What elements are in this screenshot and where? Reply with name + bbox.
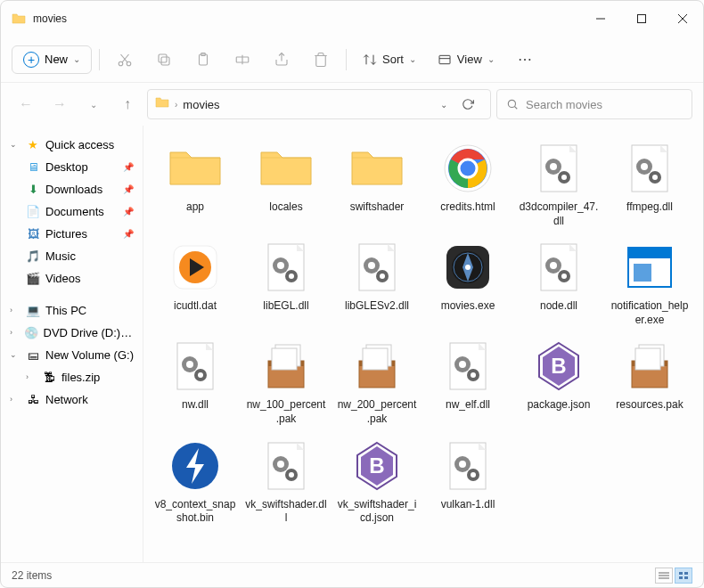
refresh-button[interactable]: [453, 98, 483, 110]
new-button[interactable]: + New ⌄: [12, 45, 92, 74]
drive-icon: 🖴: [26, 347, 40, 362]
file-item[interactable]: ffmpeg.dll: [605, 136, 694, 232]
pin-icon: 📌: [123, 229, 134, 239]
details-view-button[interactable]: [655, 568, 673, 584]
dll-icon: [167, 338, 224, 395]
search-input[interactable]: Search movies: [496, 89, 692, 119]
delete-button[interactable]: [303, 45, 339, 74]
file-item[interactable]: v8_context_snapshot.bin: [151, 434, 240, 529]
paste-button[interactable]: [185, 45, 221, 74]
file-item[interactable]: nw_elf.dll: [423, 334, 512, 429]
file-label: libGLESv2.dll: [345, 299, 409, 314]
file-item[interactable]: libEGL.dll: [241, 235, 331, 331]
file-item[interactable]: nw_200_percent.pak: [332, 334, 422, 429]
up-button[interactable]: ↑: [113, 90, 142, 118]
breadcrumb-location[interactable]: movies: [183, 98, 219, 111]
forward-button[interactable]: →: [45, 90, 74, 118]
sidebar-dvd[interactable]: ›💿DVD Drive (D:) CCCC: [4, 322, 139, 343]
folder-icon: [12, 12, 26, 26]
expand-icon[interactable]: ›: [10, 306, 20, 314]
file-item[interactable]: credits.html: [423, 136, 512, 232]
more-button[interactable]: ⋯: [507, 45, 543, 74]
new-label: New: [45, 53, 68, 66]
file-item[interactable]: resources.pak: [605, 334, 694, 429]
sidebar-music[interactable]: 🎵Music: [20, 245, 139, 266]
sidebar-documents[interactable]: 📄Documents📌: [20, 200, 139, 222]
plus-icon: +: [23, 52, 39, 68]
collapse-icon[interactable]: ⌄: [10, 140, 20, 149]
svg-rect-32: [159, 54, 167, 62]
dll-icon: [348, 239, 405, 296]
svg-rect-40: [439, 55, 450, 63]
breadcrumb-separator: ›: [175, 100, 177, 110]
minimize-button[interactable]: [580, 1, 621, 37]
svg-line-29: [122, 54, 129, 62]
file-item[interactable]: icudtl.dat: [151, 235, 240, 331]
sidebar-downloads[interactable]: ⬇Downloads📌: [20, 178, 139, 200]
navbar: ← → ⌄ ↑ › movies ⌄ Search movies: [1, 83, 703, 126]
recent-button[interactable]: ⌄: [79, 90, 108, 118]
sidebar-videos[interactable]: 🎬Videos: [20, 267, 139, 289]
file-item[interactable]: swiftshader: [332, 136, 422, 232]
file-label: resources.pak: [616, 398, 683, 412]
close-button[interactable]: [662, 1, 703, 37]
search-placeholder: Search movies: [526, 98, 602, 111]
file-item[interactable]: vulkan-1.dll: [423, 434, 512, 529]
svg-rect-50: [684, 576, 688, 579]
chevron-down-icon: ⌄: [487, 54, 495, 64]
file-item[interactable]: libGLESv2.dll: [332, 235, 422, 331]
chevron-down-icon[interactable]: ⌄: [440, 100, 447, 110]
file-item[interactable]: locales: [241, 136, 331, 232]
file-item[interactable]: d3dcompiler_47.dll: [514, 136, 603, 232]
sidebar-this-pc[interactable]: ›💻This PC: [4, 299, 139, 321]
content-area[interactable]: app locales swiftshader credits.html d3d…: [143, 126, 703, 562]
bbedit-icon: [530, 338, 587, 395]
svg-rect-24: [638, 15, 646, 23]
file-label: nw_200_percent.pak: [336, 398, 418, 426]
rename-button[interactable]: [225, 45, 260, 74]
file-item[interactable]: nw_100_percent.pak: [241, 334, 331, 429]
sidebar-desktop[interactable]: 🖥Desktop📌: [20, 156, 139, 177]
file-item[interactable]: vk_swiftshader.dll: [241, 434, 331, 529]
disc-icon: 💿: [24, 325, 38, 339]
sidebar-quick-access[interactable]: ⌄ ★ Quick access: [4, 134, 139, 155]
sidebar-files-zip[interactable]: ›🗜files.zip: [20, 366, 139, 388]
zip-icon: 🗜: [42, 370, 56, 384]
file-item[interactable]: movies.exe: [423, 235, 512, 331]
file-item[interactable]: node.dll: [514, 235, 603, 331]
file-item[interactable]: app: [151, 136, 240, 232]
cut-button[interactable]: [107, 45, 143, 74]
file-label: app: [186, 200, 204, 215]
file-item[interactable]: package.json: [514, 334, 603, 429]
sort-button[interactable]: Sort ⌄: [354, 47, 425, 72]
statusbar: 22 items: [1, 562, 703, 587]
window-controls: [580, 1, 703, 37]
share-button[interactable]: [264, 45, 299, 74]
address-bar[interactable]: › movies ⌄: [147, 89, 491, 119]
window-icon: [621, 239, 678, 296]
file-label: v8_context_snapshot.bin: [154, 498, 236, 526]
dll-icon: [258, 239, 315, 296]
view-button[interactable]: View ⌄: [429, 47, 503, 72]
dll-icon: [258, 437, 315, 494]
copy-button[interactable]: [146, 45, 182, 74]
icons-view-button[interactable]: [675, 568, 692, 584]
sidebar-volume[interactable]: ⌄🖴New Volume (G:): [4, 344, 139, 365]
chevron-down-icon: ⌄: [73, 54, 80, 64]
file-item[interactable]: vk_swiftshader_icd.json: [332, 434, 422, 529]
back-button[interactable]: ←: [12, 90, 40, 118]
collapse-icon[interactable]: ⌄: [10, 350, 20, 359]
dll-icon: [439, 338, 496, 395]
titlebar: movies: [1, 1, 703, 37]
sort-label: Sort: [382, 53, 404, 66]
pin-icon: 📌: [123, 184, 134, 194]
file-item[interactable]: nw.dll: [151, 334, 240, 429]
expand-icon[interactable]: ›: [26, 372, 37, 381]
videos-icon: 🎬: [26, 271, 40, 285]
expand-icon[interactable]: ›: [10, 328, 19, 337]
maximize-button[interactable]: [621, 1, 662, 37]
expand-icon[interactable]: ›: [10, 395, 20, 404]
sidebar-pictures[interactable]: 🖼Pictures📌: [20, 223, 139, 244]
sidebar-network[interactable]: ›🖧Network: [4, 388, 139, 410]
file-item[interactable]: notification_helper.exe: [605, 235, 694, 331]
